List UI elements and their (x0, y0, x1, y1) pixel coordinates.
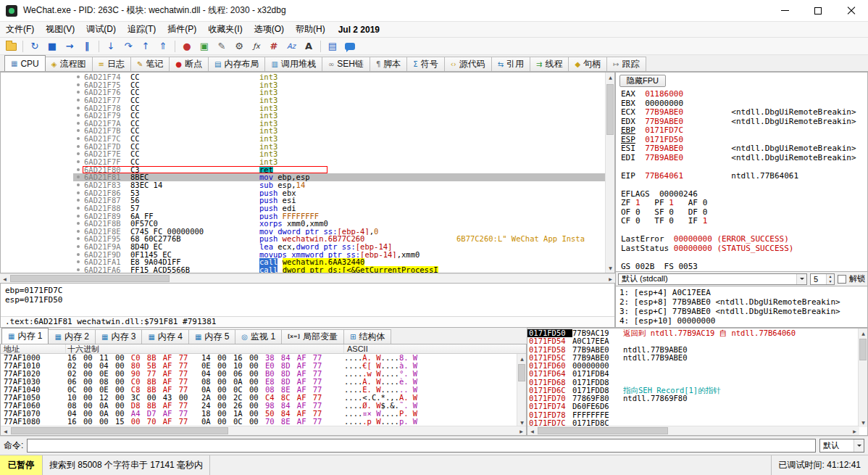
instruction-dot-icon[interactable] (73, 88, 84, 96)
register-row[interactable]: EDX 77B9ABE0 <ntdll.DbgUiRemoteBreakin> (621, 117, 866, 127)
instruction-dot-icon[interactable] (73, 258, 84, 266)
register-row[interactable]: LastStatus 00000000 (STATUS_SUCCESS) (621, 244, 866, 254)
disasm-row[interactable]: 6AD21FA6FF15 ACD5566Bcall dword ptr ds:[… (1, 266, 605, 273)
scrollbar-thumb[interactable] (606, 84, 614, 135)
stack-row[interactable]: 0171FD640171FDB4 (527, 370, 858, 378)
tab-symbols[interactable]: Σ符号 (406, 57, 444, 71)
instruction-dot-icon[interactable] (73, 266, 84, 273)
instruction-dot-icon[interactable] (73, 96, 84, 104)
instruction-dot-icon[interactable] (73, 73, 84, 81)
step-out-icon[interactable]: ↑ (138, 39, 154, 54)
instruction-dot-icon[interactable] (73, 243, 84, 251)
memory-horizontal-scrollbar[interactable]: ◀ ▶ (1, 426, 526, 435)
instruction-dot-icon[interactable] (73, 112, 84, 120)
tab-dump-4[interactable]: ▦内存 4 (141, 329, 188, 344)
instruction-dot-icon[interactable] (73, 158, 84, 166)
scrollbar-thumb[interactable] (538, 427, 668, 434)
argument-row[interactable]: 4: [esp+10] 00000000 (619, 316, 867, 326)
scroll-up-icon[interactable]: ▲ (606, 73, 615, 82)
scroll-down-icon[interactable]: ▼ (859, 418, 868, 427)
instruction-dot-icon[interactable] (73, 189, 84, 197)
argument-count-stepper[interactable]: 5 ▲▼ (810, 273, 835, 285)
restart-icon[interactable]: ↻ (27, 39, 43, 54)
instruction-dot-icon[interactable] (73, 220, 84, 228)
scroll-down-icon[interactable]: ▼ (606, 263, 615, 273)
tab-seh[interactable]: ∞SEH链 (322, 57, 370, 71)
instruction-dot-icon[interactable] (73, 228, 84, 236)
menu-plugins[interactable]: 插件(P) (162, 22, 202, 37)
minimize-button[interactable] (768, 0, 801, 22)
argument-row[interactable]: 3: [esp+C] 77B9ABE0 <ntdll.DbgUiRemoteBr… (619, 307, 867, 316)
scroll-left-icon[interactable]: ◀ (527, 426, 537, 436)
tab-watch-1[interactable]: ◎监视 1 (235, 329, 282, 344)
register-row[interactable]: GS 002B FS 0053 (621, 263, 866, 272)
pause-icon[interactable]: ‖ (79, 39, 95, 54)
scroll-right-icon[interactable]: ▶ (850, 426, 859, 436)
column-header-address[interactable]: 地址 (1, 344, 66, 353)
register-row[interactable]: OF 0 SF 0 DF 0 (621, 208, 866, 218)
settings-icon[interactable]: ⚙ (231, 39, 247, 54)
instruction-dot-icon[interactable] (73, 173, 84, 181)
patch-icon[interactable]: ▣ (196, 39, 212, 54)
stop-icon[interactable]: ■ (44, 39, 60, 54)
stepper-arrows[interactable]: ▲▼ (826, 274, 834, 284)
spin-down-icon[interactable]: ▼ (827, 279, 834, 284)
instruction-dot-icon[interactable] (73, 251, 84, 259)
register-row[interactable]: EFLAGS 00000246 (621, 190, 866, 199)
instruction-dot-icon[interactable] (73, 127, 84, 135)
tab-trace[interactable]: ↦跟踪 (606, 57, 646, 71)
instruction-dot-icon[interactable] (73, 181, 84, 189)
scrollbar-thumb[interactable] (518, 364, 525, 381)
tab-locals[interactable]: [x=]局部变量 (281, 329, 344, 344)
register-row[interactable]: EBP 0171FD7C (621, 126, 866, 136)
disassembly-vertical-scrollbar[interactable]: ▲ ▼ (605, 73, 614, 273)
disassembly-horizontal-scrollbar[interactable]: ◀ ▶ (0, 273, 615, 283)
register-row[interactable]: ZF 1 PF 1 AF 0 (621, 199, 866, 208)
argument-row[interactable]: 2: [esp+8] 77B9ABE0 <ntdll.DbgUiRemoteBr… (619, 297, 867, 307)
hash-icon[interactable]: # (266, 39, 282, 54)
tab-script[interactable]: ¶脚本 (370, 57, 407, 71)
register-row[interactable] (621, 253, 866, 263)
register-row[interactable] (621, 181, 866, 190)
menu-debug[interactable]: 调试(D) (80, 22, 122, 37)
trace-record-icon[interactable]: ● (179, 39, 195, 54)
register-row[interactable]: EAX 01186000 (621, 90, 866, 99)
instruction-dot-icon[interactable] (73, 166, 84, 174)
argument-row[interactable]: 1: [esp+4] A0C17EEA (619, 288, 867, 297)
unlock-checkbox[interactable] (838, 275, 846, 284)
tab-struct[interactable]: ⊞结构体 (343, 329, 391, 344)
tab-breakpoints[interactable]: ●断点 (169, 57, 209, 71)
calling-convention-select[interactable]: 默认 (stdcall) (618, 273, 807, 285)
register-row[interactable]: LastError 00000000 (ERROR_SUCCESS) (621, 235, 866, 244)
instruction-dot-icon[interactable] (73, 143, 84, 151)
scroll-left-icon[interactable]: ◀ (1, 426, 10, 436)
scroll-right-icon[interactable]: ▶ (517, 426, 526, 436)
command-input[interactable] (27, 439, 816, 453)
functions-icon[interactable]: ƒx (249, 39, 264, 54)
scrollbar-thumb[interactable] (859, 339, 867, 360)
run-icon[interactable]: → (62, 39, 78, 54)
register-row[interactable]: CF 0 TF 0 IF 1 (621, 217, 866, 226)
menu-favourites[interactable]: 收藏夹(I) (202, 22, 248, 37)
tab-dump-3[interactable]: ▦内存 3 (95, 329, 142, 344)
tab-source[interactable]: ‹›源代码 (444, 57, 492, 71)
menu-view[interactable]: 视图(V) (40, 22, 80, 37)
memory-vertical-scrollbar[interactable]: ▲ ▼ (517, 354, 526, 427)
instruction-dot-icon[interactable] (73, 235, 84, 243)
tab-cpu[interactable]: ▦CPU (4, 55, 46, 71)
tab-graph[interactable]: ◈流程图 (45, 57, 93, 71)
tab-dump-2[interactable]: ▦内存 2 (48, 329, 95, 344)
memory-map-icon[interactable]: ▤ (325, 39, 341, 54)
tab-memory-map[interactable]: ▤内存布局 (208, 57, 265, 71)
tab-log[interactable]: ≡日志 (92, 57, 131, 71)
tab-notes[interactable]: ✎笔记 (130, 57, 170, 71)
close-button[interactable] (835, 0, 868, 22)
memory-row[interactable]: 77AF108016 00 00 15 00 70 AF 77 0A 00 0C… (1, 418, 517, 426)
tab-call-stack[interactable]: ▥调用堆栈 (264, 57, 322, 71)
register-row[interactable]: EDI 77B9ABE0 <ntdll.DbgUiRemoteBreakin> (621, 154, 866, 163)
open-file-icon[interactable] (3, 39, 19, 54)
step-over-icon[interactable]: ↷ (120, 39, 136, 54)
step-into-icon[interactable]: ↓ (103, 39, 119, 54)
register-row[interactable] (621, 226, 866, 236)
register-row[interactable]: EIP 77B64061 ntdll.77B64061 (621, 172, 866, 181)
